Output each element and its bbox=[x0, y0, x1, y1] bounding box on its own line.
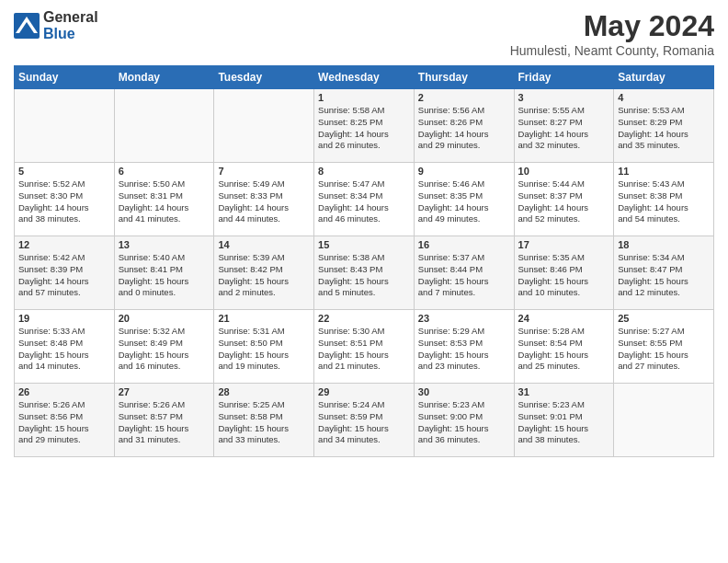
day-number: 22 bbox=[318, 313, 410, 324]
cell-info: Sunrise: 5:53 AM Sunset: 8:29 PM Dayligh… bbox=[618, 105, 710, 152]
calendar-cell: 5Sunrise: 5:52 AM Sunset: 8:30 PM Daylig… bbox=[15, 163, 115, 236]
cell-info: Sunrise: 5:55 AM Sunset: 8:27 PM Dayligh… bbox=[518, 105, 610, 152]
cell-info: Sunrise: 5:37 AM Sunset: 8:44 PM Dayligh… bbox=[418, 252, 510, 299]
calendar-cell: 28Sunrise: 5:25 AM Sunset: 8:58 PM Dayli… bbox=[214, 384, 314, 457]
calendar-cell: 23Sunrise: 5:29 AM Sunset: 8:53 PM Dayli… bbox=[414, 310, 514, 384]
cell-info: Sunrise: 5:52 AM Sunset: 8:30 PM Dayligh… bbox=[18, 178, 110, 225]
cell-info: Sunrise: 5:31 AM Sunset: 8:50 PM Dayligh… bbox=[218, 326, 310, 373]
calendar-cell: 1Sunrise: 5:58 AM Sunset: 8:25 PM Daylig… bbox=[314, 89, 415, 163]
calendar-cell: 4Sunrise: 5:53 AM Sunset: 8:29 PM Daylig… bbox=[614, 89, 714, 163]
calendar-cell: 17Sunrise: 5:35 AM Sunset: 8:46 PM Dayli… bbox=[514, 236, 614, 310]
calendar-cell: 11Sunrise: 5:43 AM Sunset: 8:38 PM Dayli… bbox=[614, 163, 714, 236]
cell-info: Sunrise: 5:30 AM Sunset: 8:51 PM Dayligh… bbox=[318, 326, 410, 373]
calendar-header-row: Sunday Monday Tuesday Wednesday Thursday… bbox=[15, 66, 714, 89]
cell-info: Sunrise: 5:33 AM Sunset: 8:48 PM Dayligh… bbox=[18, 326, 110, 373]
calendar-cell: 27Sunrise: 5:26 AM Sunset: 8:57 PM Dayli… bbox=[114, 384, 214, 457]
calendar-cell: 24Sunrise: 5:28 AM Sunset: 8:54 PM Dayli… bbox=[514, 310, 614, 384]
logo-blue-text: Blue bbox=[43, 26, 98, 42]
calendar-cell: 30Sunrise: 5:23 AM Sunset: 9:00 PM Dayli… bbox=[414, 384, 514, 457]
day-number: 31 bbox=[518, 386, 610, 397]
header-thursday: Thursday bbox=[414, 66, 514, 89]
calendar-cell: 26Sunrise: 5:26 AM Sunset: 8:56 PM Dayli… bbox=[15, 384, 115, 457]
day-number: 26 bbox=[18, 386, 110, 397]
calendar-week-5: 26Sunrise: 5:26 AM Sunset: 8:56 PM Dayli… bbox=[15, 384, 714, 457]
calendar-cell: 3Sunrise: 5:55 AM Sunset: 8:27 PM Daylig… bbox=[514, 89, 614, 163]
day-number: 11 bbox=[618, 166, 710, 177]
calendar-week-4: 19Sunrise: 5:33 AM Sunset: 8:48 PM Dayli… bbox=[15, 310, 714, 384]
day-number: 8 bbox=[318, 166, 410, 177]
calendar-cell: 9Sunrise: 5:46 AM Sunset: 8:35 PM Daylig… bbox=[414, 163, 514, 236]
month-year: May 2024 bbox=[510, 9, 714, 43]
calendar-cell: 29Sunrise: 5:24 AM Sunset: 8:59 PM Dayli… bbox=[314, 384, 415, 457]
day-number: 18 bbox=[618, 239, 710, 250]
cell-info: Sunrise: 5:44 AM Sunset: 8:37 PM Dayligh… bbox=[518, 178, 610, 225]
calendar-cell bbox=[214, 89, 314, 163]
day-number: 4 bbox=[618, 92, 710, 103]
cell-info: Sunrise: 5:46 AM Sunset: 8:35 PM Dayligh… bbox=[418, 178, 510, 225]
cell-info: Sunrise: 5:49 AM Sunset: 8:33 PM Dayligh… bbox=[218, 178, 310, 225]
calendar-cell bbox=[114, 89, 214, 163]
calendar-week-2: 5Sunrise: 5:52 AM Sunset: 8:30 PM Daylig… bbox=[15, 163, 714, 236]
day-number: 7 bbox=[218, 166, 310, 177]
day-number: 15 bbox=[318, 239, 410, 250]
day-number: 30 bbox=[418, 386, 510, 397]
day-number: 5 bbox=[18, 166, 110, 177]
header-wednesday: Wednesday bbox=[314, 66, 415, 89]
day-number: 17 bbox=[518, 239, 610, 250]
day-number: 3 bbox=[518, 92, 610, 103]
calendar-cell: 18Sunrise: 5:34 AM Sunset: 8:47 PM Dayli… bbox=[614, 236, 714, 310]
cell-info: Sunrise: 5:47 AM Sunset: 8:34 PM Dayligh… bbox=[318, 178, 410, 225]
day-number: 16 bbox=[418, 239, 510, 250]
cell-info: Sunrise: 5:29 AM Sunset: 8:53 PM Dayligh… bbox=[418, 326, 510, 373]
header-friday: Friday bbox=[514, 66, 614, 89]
header: General Blue May 2024 Humulesti, Neamt C… bbox=[14, 9, 714, 58]
cell-info: Sunrise: 5:40 AM Sunset: 8:41 PM Dayligh… bbox=[119, 252, 210, 299]
header-saturday: Saturday bbox=[614, 66, 714, 89]
calendar-table: Sunday Monday Tuesday Wednesday Thursday… bbox=[14, 65, 714, 457]
day-number: 25 bbox=[618, 313, 710, 324]
calendar-cell bbox=[15, 89, 115, 163]
cell-info: Sunrise: 5:26 AM Sunset: 8:56 PM Dayligh… bbox=[18, 399, 110, 446]
day-number: 29 bbox=[318, 386, 410, 397]
cell-info: Sunrise: 5:42 AM Sunset: 8:39 PM Dayligh… bbox=[18, 252, 110, 299]
cell-info: Sunrise: 5:34 AM Sunset: 8:47 PM Dayligh… bbox=[618, 252, 710, 299]
day-number: 2 bbox=[418, 92, 510, 103]
calendar-cell: 25Sunrise: 5:27 AM Sunset: 8:55 PM Dayli… bbox=[614, 310, 714, 384]
day-number: 24 bbox=[518, 313, 610, 324]
cell-info: Sunrise: 5:32 AM Sunset: 8:49 PM Dayligh… bbox=[119, 326, 210, 373]
calendar-cell: 19Sunrise: 5:33 AM Sunset: 8:48 PM Dayli… bbox=[15, 310, 115, 384]
cell-info: Sunrise: 5:23 AM Sunset: 9:01 PM Dayligh… bbox=[518, 399, 610, 446]
day-number: 28 bbox=[218, 386, 310, 397]
calendar-cell: 21Sunrise: 5:31 AM Sunset: 8:50 PM Dayli… bbox=[214, 310, 314, 384]
cell-info: Sunrise: 5:39 AM Sunset: 8:42 PM Dayligh… bbox=[218, 252, 310, 299]
logo: General Blue bbox=[14, 9, 98, 41]
calendar-cell: 8Sunrise: 5:47 AM Sunset: 8:34 PM Daylig… bbox=[314, 163, 415, 236]
calendar-week-1: 1Sunrise: 5:58 AM Sunset: 8:25 PM Daylig… bbox=[15, 89, 714, 163]
day-number: 10 bbox=[518, 166, 610, 177]
cell-info: Sunrise: 5:26 AM Sunset: 8:57 PM Dayligh… bbox=[119, 399, 210, 446]
day-number: 19 bbox=[18, 313, 110, 324]
calendar-cell: 14Sunrise: 5:39 AM Sunset: 8:42 PM Dayli… bbox=[214, 236, 314, 310]
calendar-cell: 2Sunrise: 5:56 AM Sunset: 8:26 PM Daylig… bbox=[414, 89, 514, 163]
calendar-cell: 7Sunrise: 5:49 AM Sunset: 8:33 PM Daylig… bbox=[214, 163, 314, 236]
header-monday: Monday bbox=[114, 66, 214, 89]
calendar-cell: 6Sunrise: 5:50 AM Sunset: 8:31 PM Daylig… bbox=[114, 163, 214, 236]
day-number: 27 bbox=[119, 386, 210, 397]
cell-info: Sunrise: 5:28 AM Sunset: 8:54 PM Dayligh… bbox=[518, 326, 610, 373]
calendar-cell: 10Sunrise: 5:44 AM Sunset: 8:37 PM Dayli… bbox=[514, 163, 614, 236]
calendar-cell: 20Sunrise: 5:32 AM Sunset: 8:49 PM Dayli… bbox=[114, 310, 214, 384]
day-number: 9 bbox=[418, 166, 510, 177]
day-number: 20 bbox=[119, 313, 210, 324]
day-number: 23 bbox=[418, 313, 510, 324]
calendar-cell: 12Sunrise: 5:42 AM Sunset: 8:39 PM Dayli… bbox=[15, 236, 115, 310]
calendar-cell: 22Sunrise: 5:30 AM Sunset: 8:51 PM Dayli… bbox=[314, 310, 415, 384]
cell-info: Sunrise: 5:35 AM Sunset: 8:46 PM Dayligh… bbox=[518, 252, 610, 299]
cell-info: Sunrise: 5:24 AM Sunset: 8:59 PM Dayligh… bbox=[318, 399, 410, 446]
cell-info: Sunrise: 5:43 AM Sunset: 8:38 PM Dayligh… bbox=[618, 178, 710, 225]
calendar-cell: 15Sunrise: 5:38 AM Sunset: 8:43 PM Dayli… bbox=[314, 236, 415, 310]
cell-info: Sunrise: 5:25 AM Sunset: 8:58 PM Dayligh… bbox=[218, 399, 310, 446]
calendar-cell: 16Sunrise: 5:37 AM Sunset: 8:44 PM Dayli… bbox=[414, 236, 514, 310]
header-tuesday: Tuesday bbox=[214, 66, 314, 89]
cell-info: Sunrise: 5:50 AM Sunset: 8:31 PM Dayligh… bbox=[119, 178, 210, 225]
cell-info: Sunrise: 5:27 AM Sunset: 8:55 PM Dayligh… bbox=[618, 326, 710, 373]
